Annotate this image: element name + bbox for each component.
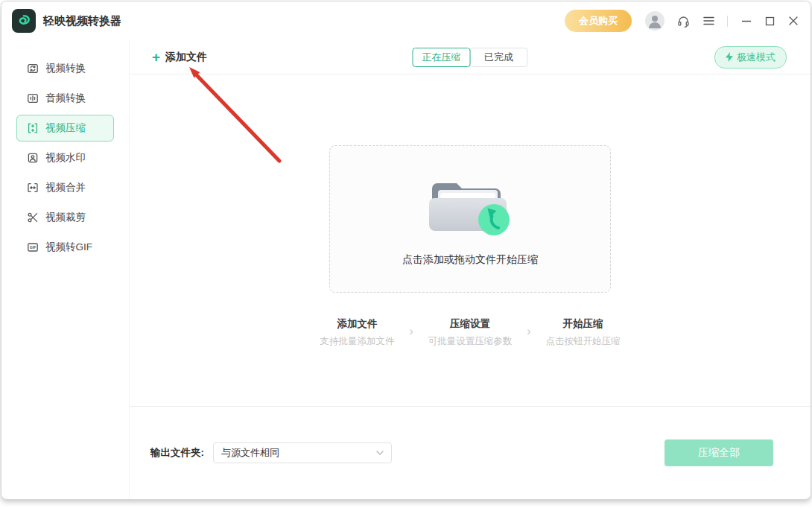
audio-convert-icon — [27, 92, 39, 104]
video-to-gif-icon: GIF — [27, 241, 39, 253]
add-files-button[interactable]: + 添加文件 — [152, 50, 207, 64]
app-window: 轻映视频转换器 会员购买 — [1, 1, 811, 500]
step-add-files: 添加文件 支持批量添加文件 — [320, 317, 394, 348]
compress-status-tabs: 正在压缩 已完成 — [413, 48, 528, 67]
sidebar-item-label: 视频转换 — [45, 62, 86, 75]
sidebar-item-video-compress[interactable]: 视频压缩 — [16, 115, 114, 142]
step-subtitle: 点击按钮开始压缩 — [546, 335, 621, 348]
maximize-icon[interactable] — [765, 16, 775, 26]
close-icon[interactable] — [788, 16, 799, 26]
titlebar-separator — [727, 16, 728, 27]
step-title: 压缩设置 — [428, 317, 513, 331]
lightning-bolt-icon — [726, 52, 733, 62]
step-subtitle: 支持批量添加文件 — [320, 335, 394, 348]
sidebar-item-label: 视频转GIF — [45, 241, 92, 254]
sidebar-item-label: 音频转换 — [45, 92, 86, 105]
vip-purchase-button[interactable]: 会员购买 — [565, 10, 632, 32]
content-header: + 添加文件 正在压缩 已完成 极速模式 — [130, 40, 811, 74]
sidebar-item-video-convert[interactable]: 视频转换 — [16, 55, 114, 82]
video-merge-icon — [27, 182, 39, 194]
footer-bar: 输出文件夹: 与源文件相同 压缩全部 — [130, 406, 811, 500]
sidebar-item-video-watermark[interactable]: 视频水印 — [16, 145, 114, 171]
step-compress-settings: 压缩设置 可批量设置压缩参数 — [428, 317, 513, 348]
sidebar-item-video-trim[interactable]: 视频裁剪 — [16, 204, 114, 231]
sidebar-item-audio-convert[interactable]: 音频转换 — [16, 85, 114, 112]
chevron-down-icon — [376, 451, 384, 455]
sidebar-item-video-merge[interactable]: 视频合并 — [16, 174, 114, 201]
video-convert-icon — [27, 63, 39, 74]
user-avatar-icon[interactable] — [645, 11, 664, 31]
minimize-icon[interactable] — [741, 16, 752, 26]
svg-text:GIF: GIF — [30, 245, 37, 250]
sidebar-item-video-to-gif[interactable]: GIF 视频转GIF — [16, 234, 114, 261]
step-start-compress: 开始压缩 点击按钮开始压缩 — [546, 317, 621, 348]
workflow-steps: 添加文件 支持批量添加文件 › 压缩设置 可批量设置压缩参数 › 开始压缩 点击… — [130, 317, 811, 348]
step-subtitle: 可批量设置压缩参数 — [428, 335, 513, 348]
tab-compressing[interactable]: 正在压缩 — [413, 48, 471, 67]
dropzone-hint-text: 点击添加或拖动文件开始压缩 — [330, 253, 610, 267]
sidebar-item-label: 视频合并 — [45, 181, 86, 194]
compress-all-button[interactable]: 压缩全部 — [664, 439, 773, 466]
chevron-right-icon: › — [527, 325, 530, 338]
tab-completed[interactable]: 已完成 — [470, 48, 528, 67]
titlebar: 轻映视频转换器 会员购买 — [1, 1, 811, 40]
add-files-label: 添加文件 — [165, 51, 207, 64]
headset-icon[interactable] — [676, 14, 691, 28]
app-title: 轻映视频转换器 — [43, 14, 121, 28]
output-folder-value: 与源文件相同 — [221, 446, 279, 460]
file-dropzone[interactable]: 点击添加或拖动文件开始压缩 — [329, 145, 611, 293]
app-logo-icon — [12, 9, 36, 33]
video-trim-scissors-icon — [27, 212, 39, 223]
sidebar: 视频转换 音频转换 视 — [1, 40, 130, 500]
video-watermark-icon — [27, 152, 39, 164]
turbo-mode-button[interactable]: 极速模式 — [714, 46, 787, 69]
sidebar-item-label: 视频压缩 — [45, 121, 86, 135]
content-body: 点击添加或拖动文件开始压缩 添加文件 支持批量添加文件 › 压缩设置 可批量设置… — [130, 74, 811, 406]
sidebar-item-label: 视频裁剪 — [45, 211, 86, 224]
chevron-right-icon: › — [409, 325, 413, 338]
content-area: + 添加文件 正在压缩 已完成 极速模式 — [130, 40, 811, 500]
folder-upload-icon — [425, 170, 515, 243]
hamburger-menu-icon[interactable] — [702, 16, 715, 26]
step-title: 添加文件 — [320, 317, 394, 331]
video-compress-icon — [27, 122, 39, 134]
output-folder-select[interactable]: 与源文件相同 — [213, 442, 392, 463]
plus-icon: + — [152, 50, 160, 64]
output-folder-label: 输出文件夹: — [150, 446, 204, 460]
step-title: 开始压缩 — [546, 317, 621, 331]
turbo-mode-label: 极速模式 — [737, 51, 775, 64]
sidebar-item-label: 视频水印 — [45, 151, 86, 165]
